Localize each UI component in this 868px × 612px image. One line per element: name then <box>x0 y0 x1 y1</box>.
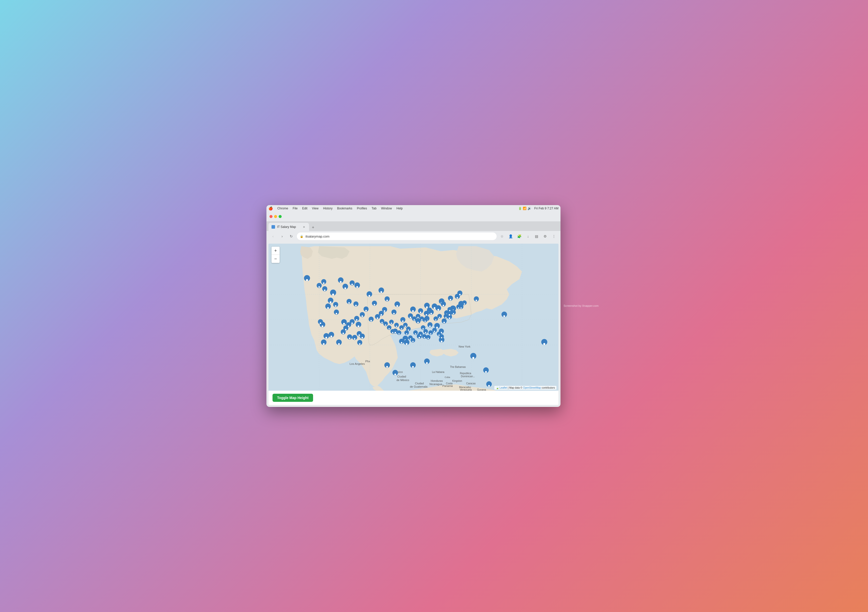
menu-history[interactable]: History <box>321 206 334 211</box>
forward-button[interactable]: › <box>279 233 286 240</box>
zoom-in-button[interactable]: + <box>271 247 280 255</box>
menu-right: 🔋 📶 🔊 Fri Feb 9 7:27 AM <box>518 207 558 210</box>
svg-point-58 <box>457 297 458 299</box>
svg-point-78 <box>361 337 363 338</box>
leaflet-link[interactable]: Leaflet <box>499 386 507 389</box>
svg-point-95 <box>323 282 324 284</box>
traffic-lights <box>270 215 282 218</box>
url-text: itsalarymap.com <box>305 234 330 238</box>
map-wrapper: Los Angeles Phx México Ciudad de México … <box>268 244 558 405</box>
svg-point-81 <box>336 313 337 315</box>
new-tab-button[interactable]: + <box>310 224 317 231</box>
svg-point-69 <box>420 311 421 313</box>
back-button[interactable]: ‹ <box>270 233 277 240</box>
bookmark-icon[interactable]: ☆ <box>499 233 506 240</box>
svg-point-36 <box>321 325 323 327</box>
close-button[interactable] <box>270 215 273 218</box>
system-icons: 🔋 📶 🔊 <box>518 207 531 210</box>
svg-point-37 <box>325 337 327 339</box>
svg-text:Guyana: Guyana <box>477 388 486 391</box>
svg-text:Phx: Phx <box>365 360 370 363</box>
svg-point-116 <box>385 324 386 326</box>
toolbar-right: ☆ 👤 🧩 ↓ ▤ ⚙ ⋮ <box>499 233 558 240</box>
svg-point-155 <box>324 290 326 291</box>
svg-point-41 <box>357 325 359 327</box>
svg-point-65 <box>406 343 408 345</box>
maximize-button[interactable] <box>279 215 282 218</box>
osm-link[interactable]: OpenStreetMap <box>523 386 541 389</box>
map-attribution: 🍃 Leaflet | Map data © OpenStreetMap con… <box>494 386 556 390</box>
menu-view[interactable]: View <box>310 206 321 211</box>
svg-text:de México: de México <box>397 378 409 381</box>
svg-point-145 <box>343 333 344 334</box>
svg-point-117 <box>381 322 383 323</box>
svg-point-100 <box>445 317 446 318</box>
menu-profiles[interactable]: Profiles <box>355 206 369 211</box>
svg-point-44 <box>340 281 341 283</box>
svg-point-34 <box>330 301 331 303</box>
menu-tab[interactable]: Tab <box>370 206 378 211</box>
menu-window[interactable]: Window <box>379 206 394 211</box>
svg-text:Nicaragua: Nicaragua <box>429 383 442 386</box>
extension-icon-2[interactable]: 🧩 <box>516 233 523 240</box>
svg-point-47 <box>396 305 398 307</box>
tab-close-button[interactable]: ✕ <box>302 225 306 229</box>
tab-favicon <box>271 225 275 229</box>
svg-point-61 <box>436 327 438 328</box>
zoom-out-button[interactable]: − <box>271 255 280 263</box>
svg-point-152 <box>384 310 385 312</box>
svg-point-48 <box>412 310 414 312</box>
svg-point-96 <box>306 279 308 281</box>
leaflet-flag: 🍃 <box>496 386 499 389</box>
svg-point-143 <box>348 325 349 327</box>
download-icon[interactable]: ↓ <box>524 233 532 240</box>
svg-point-150 <box>377 318 378 319</box>
svg-text:Ciudad: Ciudad <box>397 375 406 378</box>
svg-point-122 <box>396 326 397 327</box>
sidebar-icon[interactable]: ▤ <box>533 233 540 240</box>
settings-icon[interactable]: ⚙ <box>542 233 549 240</box>
url-bar[interactable]: 🔒 itsalarymap.com <box>297 232 497 240</box>
svg-point-119 <box>405 326 406 327</box>
svg-point-91 <box>460 308 462 309</box>
svg-point-99 <box>439 317 440 318</box>
svg-point-66 <box>401 342 402 344</box>
svg-point-149 <box>370 320 372 321</box>
menu-bookmarks[interactable]: Bookmarks <box>335 206 354 211</box>
svg-point-86 <box>393 313 395 315</box>
svg-point-141 <box>356 319 357 321</box>
watermark-text: Screenshot by Xnapper.com <box>564 304 598 307</box>
lock-icon: 🔒 <box>300 235 304 238</box>
active-tab[interactable]: IT Salary Map ✕ <box>268 223 309 231</box>
map-area[interactable]: Los Angeles Phx México Ciudad de México … <box>268 244 558 391</box>
svg-point-124 <box>414 319 415 321</box>
menu-edit[interactable]: Edit <box>300 206 310 211</box>
svg-point-67 <box>402 321 404 322</box>
svg-point-85 <box>386 300 388 301</box>
minimize-button[interactable] <box>274 215 277 218</box>
svg-point-103 <box>415 333 416 335</box>
menu-file[interactable]: File <box>291 206 300 211</box>
svg-point-151 <box>381 314 382 316</box>
menu-chrome[interactable]: Chrome <box>275 206 290 211</box>
svg-point-76 <box>449 314 450 316</box>
svg-text:Kingston: Kingston <box>452 380 462 382</box>
menu-help[interactable]: Help <box>394 206 405 211</box>
svg-point-106 <box>422 328 424 330</box>
svg-point-154 <box>441 337 442 338</box>
svg-text:Caracas: Caracas <box>466 382 476 385</box>
svg-point-46 <box>380 291 382 293</box>
svg-point-68 <box>410 317 411 318</box>
toggle-map-height-button[interactable]: Toggle Map Height <box>273 394 313 402</box>
svg-point-108 <box>430 333 431 335</box>
reload-button[interactable]: ↻ <box>288 233 295 240</box>
svg-text:Dominican...: Dominican... <box>461 375 475 378</box>
svg-point-113 <box>398 333 400 335</box>
svg-point-109 <box>434 331 435 332</box>
svg-point-84 <box>355 305 356 306</box>
datetime: Fri Feb 9 7:27 AM <box>535 207 558 210</box>
extension-icon-1[interactable]: 👤 <box>507 233 515 240</box>
svg-point-49 <box>426 307 428 308</box>
svg-point-57 <box>450 299 451 301</box>
more-icon[interactable]: ⋮ <box>550 233 558 240</box>
